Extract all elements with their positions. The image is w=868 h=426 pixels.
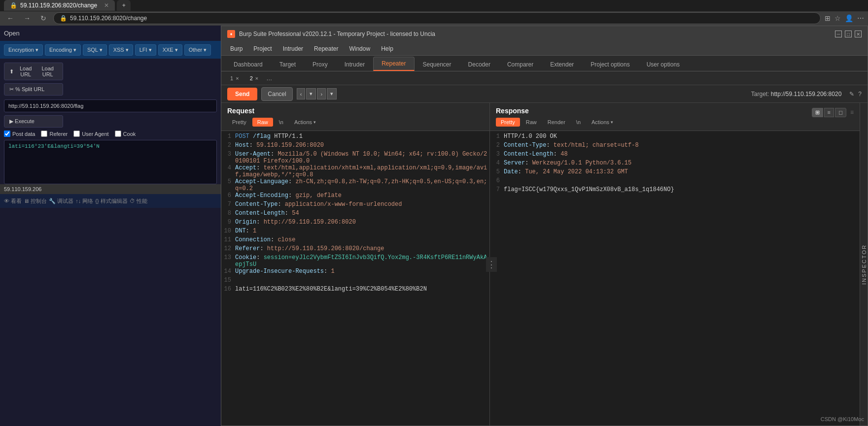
tab-comparer[interactable]: Comparer: [499, 58, 542, 71]
tab-decoder[interactable]: Decoder: [460, 58, 499, 71]
repeater-tab-1[interactable]: 1 ×: [225, 74, 244, 83]
request-code-area[interactable]: 1 POST /flag HTTP/1.1 2 Host: 59.110.159…: [221, 131, 489, 426]
other-menu[interactable]: Other ▾: [184, 44, 211, 56]
request-line-4: 4 Accept: text/html,application/xhtml+xm…: [221, 164, 489, 178]
request-tab-pretty[interactable]: Pretty: [227, 118, 251, 127]
repeater-more-tabs[interactable]: …: [264, 75, 274, 82]
encoding-menu[interactable]: Encoding ▾: [45, 44, 81, 56]
nav-dropdown-right-btn[interactable]: ▾: [327, 88, 337, 99]
xxe-menu[interactable]: XXE ▾: [158, 44, 182, 56]
style-icon[interactable]: {} 样式编辑器: [95, 197, 127, 205]
close-btn[interactable]: ✕: [855, 31, 862, 37]
close-tab-icon[interactable]: ✕: [104, 2, 109, 9]
forward-btn[interactable]: →: [21, 13, 34, 23]
pane-dots-menu[interactable]: ⋮: [486, 257, 497, 272]
nav-left-btn[interactable]: ‹: [297, 88, 306, 99]
menu-burp[interactable]: Burp: [225, 43, 247, 54]
repeater-tab-2[interactable]: 2 ×: [245, 74, 264, 83]
request-tab-actions[interactable]: Actions ▾: [289, 118, 321, 127]
tab-sequencer[interactable]: Sequencer: [415, 58, 460, 71]
menu-project[interactable]: Project: [248, 43, 277, 54]
post-data-textarea[interactable]: lati=116°23'E&langti=39°54'N: [4, 140, 217, 184]
tab-dashboard[interactable]: Dashboard: [225, 58, 271, 71]
menu-intruder[interactable]: Intruder: [278, 43, 308, 54]
url-input[interactable]: [4, 99, 217, 112]
burp-main-tabs: Dashboard Target Proxy Intruder Repeater…: [221, 56, 868, 71]
tab-target[interactable]: Target: [271, 58, 304, 71]
request-line-12: 12 Referer: http://59.110.159.206:8020/c…: [221, 245, 489, 254]
response-panel-header: Response ⊞ ≡ ◻ ≡ Pretty Raw Render \n: [490, 103, 860, 131]
send-button[interactable]: Send: [227, 88, 257, 100]
response-tab-raw[interactable]: Raw: [521, 118, 542, 127]
nav-dropdown-btn[interactable]: ▾: [306, 88, 316, 99]
response-code-area[interactable]: 1 HTTP/1.0 200 OK 2 Content-Type: text/h…: [490, 131, 860, 426]
cookie-input[interactable]: [115, 131, 121, 137]
edit-target-icon[interactable]: ✎: [849, 91, 854, 98]
inspect-icon[interactable]: 👁 看看: [4, 197, 22, 205]
address-bar[interactable]: 🔒 59.110.159.206:8020/change: [53, 12, 821, 24]
view-split-btn[interactable]: ⊞: [812, 108, 823, 117]
minimize-btn[interactable]: ─: [835, 31, 842, 37]
reload-btn[interactable]: ↻: [37, 13, 49, 23]
view-list-btn[interactable]: ≡: [824, 108, 834, 117]
referer-checkbox[interactable]: Referer: [41, 131, 68, 137]
back-btn[interactable]: ←: [4, 13, 17, 23]
response-line-6: 6: [490, 177, 860, 186]
user-agent-checkbox[interactable]: User Agent: [73, 131, 108, 137]
nav-right-btn[interactable]: ›: [317, 88, 326, 99]
inspector-panel[interactable]: INSPECTOR: [860, 103, 868, 426]
favorites-icon[interactable]: ☆: [834, 14, 841, 22]
tab-intruder[interactable]: Intruder: [336, 58, 373, 71]
post-data-checkbox[interactable]: Post data: [4, 131, 35, 137]
load-url-btn[interactable]: ⬆ Load URLLoad URL: [4, 63, 63, 80]
tab-proxy[interactable]: Proxy: [304, 58, 336, 71]
csdn-watermark: CSDN @Ki10Moc: [821, 416, 864, 422]
close-tab-1[interactable]: ×: [236, 75, 239, 81]
response-pane: Response ⊞ ≡ ◻ ≡ Pretty Raw Render \n: [490, 103, 860, 426]
request-line-5: 5 Accept-Language: zh-CN,zh;q=0.8,zh-TW;…: [221, 178, 489, 192]
tab-user-options[interactable]: User options: [638, 58, 688, 71]
request-tab-raw[interactable]: Raw: [252, 118, 273, 127]
cookie-checkbox[interactable]: Cook: [115, 131, 136, 137]
response-settings-icon[interactable]: ≡: [850, 109, 854, 116]
cancel-button[interactable]: Cancel: [261, 87, 292, 101]
response-header-row: Response ⊞ ≡ ◻ ≡: [496, 107, 854, 118]
target-label: Target: http://59.110.159.206:8020: [751, 91, 842, 98]
menu-help[interactable]: Help: [376, 43, 398, 54]
tab-repeater[interactable]: Repeater: [373, 57, 414, 71]
referer-input[interactable]: [41, 131, 47, 137]
sql-menu[interactable]: SQL ▾: [83, 44, 107, 56]
encryption-menu[interactable]: Encryption ▾: [4, 44, 43, 56]
execute-btn[interactable]: ▶ Execute: [4, 115, 63, 128]
response-tab-newline[interactable]: \n: [571, 118, 586, 127]
response-tab-render[interactable]: Render: [543, 118, 570, 127]
close-tab-2[interactable]: ×: [255, 75, 258, 81]
menu-window[interactable]: Window: [344, 43, 375, 54]
network-icon[interactable]: ↑↓ 网络: [75, 197, 93, 205]
request-line-13: 13 Cookie: session=eyJlc2VybmFtZSI6InJvb…: [221, 254, 489, 268]
maximize-btn[interactable]: □: [845, 31, 852, 37]
split-url-btn[interactable]: ✂ % Split URL: [4, 83, 63, 96]
help-icon[interactable]: ?: [858, 91, 862, 98]
post-data-input[interactable]: [4, 131, 10, 137]
response-tab-pretty[interactable]: Pretty: [496, 118, 520, 127]
extensions-icon[interactable]: ⊞: [825, 14, 831, 22]
tab-extender[interactable]: Extender: [542, 58, 582, 71]
debug-icon[interactable]: 🔧 调试器: [49, 197, 73, 205]
lfi-menu[interactable]: LFI ▾: [135, 44, 156, 56]
burp-logo: ♦: [227, 30, 235, 38]
settings-icon[interactable]: ⋯: [857, 14, 864, 22]
request-tab-newline[interactable]: \n: [274, 118, 288, 127]
xss-menu[interactable]: XSS ▾: [109, 44, 133, 56]
view-single-btn[interactable]: ◻: [835, 108, 846, 117]
response-tab-actions[interactable]: Actions ▾: [587, 118, 618, 127]
console-icon[interactable]: 🖥 控制台: [24, 197, 47, 205]
request-line-2: 2 Host: 59.110.159.206:8020: [221, 142, 489, 151]
tab-project-options[interactable]: Project options: [582, 58, 638, 71]
new-tab-btn[interactable]: +: [117, 0, 131, 11]
user-agent-input[interactable]: [73, 131, 80, 137]
performance-icon[interactable]: ⏱ 性能: [130, 197, 147, 205]
active-browser-tab[interactable]: 🔒 59.110.159.206:8020/change ✕: [4, 0, 115, 11]
menu-repeater[interactable]: Repeater: [309, 43, 343, 54]
user-avatar[interactable]: 👤: [845, 14, 853, 22]
